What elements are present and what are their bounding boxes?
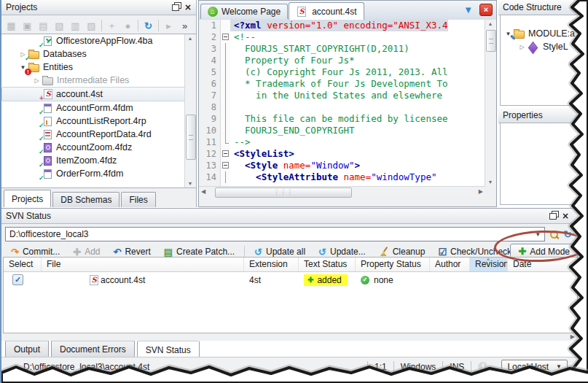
fold-gutter [221, 43, 230, 55]
column-header-property-status[interactable]: Property Status [356, 258, 430, 271]
tree-item-label: MODULE:a [527, 28, 575, 39]
toolbar-separator [101, 20, 102, 31]
tab-label: Projects [12, 194, 43, 204]
combobox-dropdown-icon[interactable]: ▼ [535, 231, 541, 238]
column-header-extension[interactable]: Extension [244, 258, 299, 271]
tree-item-entities[interactable]: ▼!Entities [1, 61, 196, 74]
tree-item-accountform-4fdm[interactable]: ✓AccountForm.4fdm [1, 101, 196, 115]
svn-path-combobox[interactable]: D:\officestore_local3 ▼ [5, 227, 545, 241]
close-tab-icon[interactable]: × [479, 4, 493, 16]
table-row[interactable]: ✓Saccount.4st4st✚added✓none [4, 272, 577, 287]
close-panel-icon[interactable]: × [184, 4, 192, 11]
browse-folder-icon[interactable] [549, 230, 559, 239]
editor-vertical-scrollbar[interactable]: ▲ ▼ [485, 20, 496, 186]
editor-horizontal-scrollbar[interactable]: ◀ ⋮⋮⋮ ▶ [199, 186, 485, 198]
code-line-text: FOURJS_START_COPYRIGHT(D,2011) [230, 43, 409, 55]
tree-item-orderform-4fdm[interactable]: ✓OrderForm.4fdm [1, 167, 196, 180]
tree-item-itemzoom-4fdz[interactable]: ✓ItemZoom.4fdz [1, 154, 196, 167]
fold-toggle[interactable] [221, 160, 230, 171]
line-ending-indicator[interactable]: Windows [401, 362, 436, 372]
float-panel-icon[interactable] [549, 213, 557, 220]
column-header-author[interactable]: Author [430, 258, 470, 271]
fold-gutter [221, 55, 230, 66]
tree-item-stylel[interactable]: ▷StyleL [501, 40, 587, 53]
svn-status-panel: SVN Status × D:\officestore_local3 ▼ ↻ ↷… [1, 208, 588, 341]
application-window: Projects × ▦▣▤▧▥▨+●↻▸» ✓OfficestoreAppFl… [0, 0, 588, 383]
open-folder-icon: ▧ [52, 18, 67, 33]
projects-tree-scrollbar[interactable]: ▲ ▼ [184, 34, 196, 187]
scroll-thumb[interactable] [486, 30, 496, 52]
scroll-up-icon[interactable]: ▲ [186, 36, 195, 41]
code-line-text [230, 101, 234, 113]
scroll-thumb[interactable] [186, 115, 196, 160]
code-structure-title: Code Structure [503, 2, 562, 12]
editor-tab-welcome-page[interactable]: ⌂Welcome Page [200, 4, 288, 19]
fold-toggle[interactable] [221, 148, 230, 160]
tree-item-accountzoom-4fdz[interactable]: ✓AccountZoom.4fdz [1, 141, 196, 154]
button-label: Add Mode [530, 247, 570, 257]
code-line: 5 (c) Copyright Four Js 2011, 2013. All [199, 66, 485, 78]
tree-item-officestoreappflow-4ba[interactable]: ✓OfficestoreAppFlow.4ba [1, 34, 196, 47]
host-selector[interactable]: Local Host ▼ [501, 360, 568, 374]
scroll-thumb[interactable]: ⋮⋮⋮ [215, 187, 352, 198]
tree-item-databases[interactable]: ▷✓Databases [1, 47, 196, 61]
tree-item-label: account.4st [55, 89, 103, 99]
tree-item-accountlistreport-4rp[interactable]: ✓AccountListReport.4rp [1, 115, 196, 128]
column-header-date[interactable]: Date [508, 258, 578, 271]
dock-tab-document-errors[interactable]: Document Errors [51, 341, 135, 357]
svn-refresh-icon[interactable]: ↻ [563, 228, 572, 240]
properties-content [500, 123, 588, 205]
property-status-cell: ✓none [356, 275, 430, 285]
code-line-text: <StyleAttribute name="windowType" [230, 171, 436, 183]
tab-db-schemas[interactable]: DB Schemas [52, 192, 119, 207]
column-header-label: Select [9, 259, 33, 269]
overflow-chevron-icon[interactable]: » [177, 18, 192, 33]
column-header-file[interactable]: File [42, 258, 244, 271]
tab-list-icon[interactable]: ▼ [463, 4, 473, 15]
column-header-label: Revision [475, 259, 508, 269]
column-header-text-status[interactable]: Text Status [299, 258, 356, 271]
line-number: 13 [199, 160, 221, 171]
column-header-revision[interactable]: ▲Revision [470, 258, 508, 271]
scroll-down-icon[interactable]: ▼ [186, 181, 195, 186]
cleanup-broom-icon [379, 247, 389, 257]
scroll-right-icon[interactable]: ▶ [479, 188, 483, 195]
addmode-icon: ✚ [518, 246, 526, 257]
tree-item-label: ItemZoom.4fdz [55, 155, 117, 166]
statusbar-right: 1:1 Windows INS i Local Host ▼ [361, 360, 568, 374]
scroll-left-icon[interactable]: ◀ [201, 188, 205, 195]
dock-tab-output[interactable]: Output [5, 341, 49, 357]
scroll-down-icon[interactable]: ▼ [486, 179, 495, 185]
tree-item-account-4st[interactable]: S+account.4st [1, 87, 196, 101]
tab-label: account.4st [312, 7, 356, 17]
tree-item-label: Intermediate Files [55, 75, 129, 85]
toolbar-separator [244, 246, 245, 258]
tree-item-accountreportdata-4rd[interactable]: ✓AccountReportData.4rd [1, 128, 196, 141]
tab-projects[interactable]: Projects [4, 190, 51, 207]
table-scroll-right-icon[interactable]: ▶ [571, 333, 575, 340]
tab-files[interactable]: Files [121, 192, 155, 207]
insert-mode-indicator[interactable]: INS [450, 362, 464, 372]
checkbox-checked[interactable]: ✓ [12, 274, 23, 285]
refresh-icon[interactable]: ↻ [141, 18, 156, 33]
code-line: 8 [199, 101, 485, 113]
svn-path-value: D:\officestore_local3 [9, 229, 89, 239]
expand-icon[interactable]: ▷ [517, 44, 527, 50]
projects-titlebar: Projects × [1, 0, 196, 15]
column-header-select[interactable]: Select [4, 258, 42, 271]
close-panel-icon[interactable]: × [562, 212, 569, 220]
fold-gutter [221, 78, 230, 90]
scroll-up-icon[interactable]: ▲ [486, 21, 495, 26]
tree-item-module-a[interactable]: ▼✎MODULE:a [501, 27, 587, 40]
code-line-text: FOURJS_END_COPYRIGHT [230, 125, 355, 136]
expand-icon[interactable]: ▷ [32, 77, 42, 84]
code-editor[interactable]: 1<?xml version="1.0" encoding="ANSI_X3.4… [199, 20, 485, 186]
fold-toggle[interactable] [221, 31, 230, 43]
editor-tab-account-4st[interactable]: Saccount.4st [289, 2, 364, 20]
tree-item-intermediate-files[interactable]: ▷Intermediate Files [1, 74, 196, 87]
fold-gutter [221, 171, 230, 183]
code-line: 9 This file can be modified by licensee [199, 113, 485, 125]
float-panel-icon[interactable] [172, 4, 179, 11]
fold-gutter [221, 66, 230, 78]
tree-item-label: StyleL [541, 42, 568, 52]
